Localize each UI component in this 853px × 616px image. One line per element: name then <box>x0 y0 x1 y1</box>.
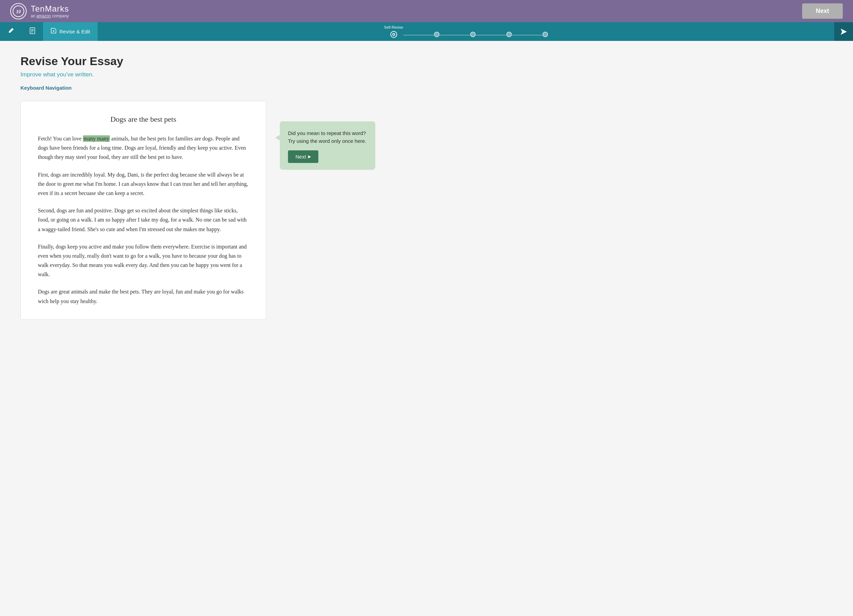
next-button-top[interactable]: Next <box>802 3 843 19</box>
progress-area: Self-Revise <box>97 25 834 38</box>
tab-revise[interactable]: Revise & Edit <box>43 22 97 41</box>
next-button-suggestion[interactable]: Next <box>288 150 318 163</box>
essay-paragraph-3: Second, dogs are fun and positive. Dogs … <box>38 206 249 234</box>
svg-marker-7 <box>841 29 847 35</box>
page-title: Revise Your Essay <box>20 54 389 68</box>
essay-layout: Dogs are the best pets Fetch! You can lo… <box>20 101 389 320</box>
page-subtitle: Improve what you've written. <box>20 71 389 78</box>
revise-icon <box>50 27 57 35</box>
suggestion-box: Did you mean to repeat this word? Try us… <box>280 121 375 170</box>
essay-paragraph-2: First, dogs are incredibly loyal. My dog… <box>38 170 249 198</box>
tab-revise-label: Revise & Edit <box>59 29 90 35</box>
logo-icon: 10 <box>10 3 27 20</box>
logo-text: TenMarks an amazon company <box>31 4 69 18</box>
para1-before: Fetch! You can love <box>38 136 83 141</box>
document-icon <box>29 27 35 36</box>
step-3 <box>470 26 476 37</box>
nav-tabs: Revise & Edit <box>0 22 97 41</box>
essay-title: Dogs are the best pets <box>38 115 249 124</box>
essay-paragraph-1: Fetch! You can love many many animals, b… <box>38 134 249 162</box>
step-4 <box>506 26 512 37</box>
top-bar: 10 TenMarks an amazon company Next <box>0 0 853 22</box>
brand-sub: an amazon company <box>31 14 69 18</box>
svg-point-6 <box>53 30 54 32</box>
pencil-icon <box>8 27 14 36</box>
suggestion-text: Did you mean to repeat this word? Try us… <box>288 130 367 145</box>
keyboard-navigation-link[interactable]: Keyboard Navigation <box>20 85 389 91</box>
nav-bar: Revise & Edit Self-Revise <box>0 22 853 41</box>
tab-write[interactable] <box>0 22 22 41</box>
brand-name: TenMarks <box>31 4 69 14</box>
main-content: Revise Your Essay Improve what you've wr… <box>0 41 410 333</box>
step-5 <box>542 26 548 37</box>
send-button[interactable] <box>834 22 853 41</box>
step-1-label: Self-Revise <box>384 25 403 29</box>
highlighted-words[interactable]: many many <box>83 135 110 142</box>
step-2 <box>434 26 439 37</box>
svg-text:10: 10 <box>16 9 21 14</box>
essay-box[interactable]: Dogs are the best pets Fetch! You can lo… <box>20 101 266 320</box>
essay-paragraph-5: Dogs are great animals and make the best… <box>38 287 249 306</box>
logo-area: 10 TenMarks an amazon company <box>10 3 69 20</box>
step-1: Self-Revise <box>384 25 403 38</box>
tab-draft[interactable] <box>22 22 43 41</box>
essay-paragraph-4: Finally, dogs keep you active and make y… <box>38 242 249 279</box>
